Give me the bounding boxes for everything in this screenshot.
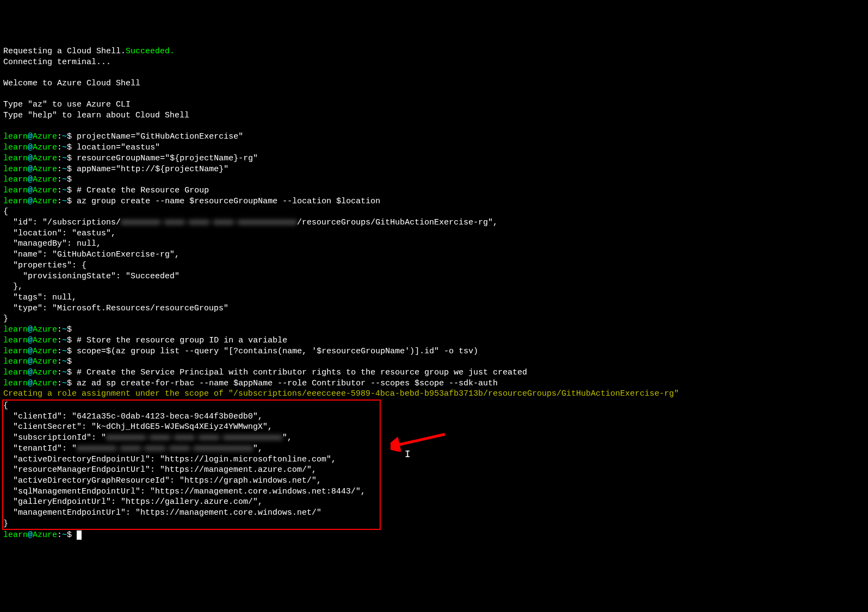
redacted-subscription-id: xxxxxxxx-xxxx-xxxx-xxxx-xxxxxxxxxxxx bbox=[121, 217, 297, 228]
prompt-user: learn bbox=[3, 336, 28, 345]
json1-name: "name": "GitHubActionExercise-rg", bbox=[3, 250, 179, 259]
prompt-path: ~ bbox=[62, 347, 67, 356]
cmd-6: # Create the Resource Group bbox=[77, 186, 209, 195]
prompt-user: learn bbox=[3, 143, 28, 152]
prompt-sym: $ bbox=[67, 154, 72, 163]
prompt-at: @ bbox=[28, 186, 33, 195]
text-cursor-icon: I bbox=[405, 449, 411, 460]
intro-typeaz: Type "az" to use Azure CLI bbox=[3, 100, 131, 109]
prompt-path: ~ bbox=[62, 197, 67, 206]
prompt-sym: $ bbox=[67, 175, 72, 184]
prompt-user: learn bbox=[3, 132, 28, 141]
prompt-host: Azure bbox=[33, 197, 57, 206]
prompt-path: ~ bbox=[62, 175, 67, 184]
prompt-at: @ bbox=[28, 368, 33, 377]
prompt-sym: $ bbox=[67, 197, 72, 206]
role-assignment-msg: Creating a role assignment under the sco… bbox=[3, 389, 679, 398]
json2-close: } bbox=[3, 519, 8, 528]
prompt-user: learn bbox=[3, 197, 28, 206]
cursor-block[interactable] bbox=[77, 530, 82, 540]
prompt-sym: $ bbox=[67, 165, 72, 174]
cmd-2: location="eastus" bbox=[77, 143, 160, 152]
json2-subid-post: ", bbox=[282, 433, 292, 442]
terminal[interactable]: Requesting a Cloud Shell.Succeeded. Conn… bbox=[3, 35, 865, 562]
prompt-path: ~ bbox=[62, 132, 67, 141]
annotation-arrow-icon bbox=[390, 430, 450, 452]
prompt-sep: : bbox=[57, 175, 62, 184]
prompt-path: ~ bbox=[62, 165, 67, 174]
prompt-at: @ bbox=[28, 379, 33, 388]
cmd-9: # Store the resource group ID in a varia… bbox=[77, 336, 287, 345]
prompt-host: Azure bbox=[33, 175, 57, 184]
prompt-sym: $ bbox=[67, 143, 72, 152]
json2-sql-url: "sqlManagementEndpointUrl": "https://man… bbox=[3, 487, 365, 496]
cmd-13: az ad sp create-for-rbac --name $appName… bbox=[77, 379, 498, 388]
prompt-at: @ bbox=[28, 143, 33, 152]
prompt-sym: $ bbox=[67, 132, 72, 141]
prompt-at: @ bbox=[28, 325, 33, 334]
prompt-user: learn bbox=[3, 325, 28, 334]
prompt-sym: $ bbox=[67, 336, 72, 345]
prompt-path: ~ bbox=[62, 143, 67, 152]
prompt-user: learn bbox=[3, 175, 28, 184]
json1-id-pre: "id": "/subscriptions/ bbox=[3, 218, 121, 227]
prompt-host: Azure bbox=[33, 368, 57, 377]
prompt-sep: : bbox=[57, 197, 62, 206]
prompt-host: Azure bbox=[33, 357, 57, 366]
prompt-at: @ bbox=[28, 154, 33, 163]
json1-properties: "properties": { bbox=[3, 261, 86, 270]
json1-close: } bbox=[3, 314, 8, 323]
intro-welcome: Welcome to Azure Cloud Shell bbox=[3, 79, 140, 88]
prompt-sep: : bbox=[57, 325, 62, 334]
json1-propclose: }, bbox=[3, 282, 23, 291]
prompt-path: ~ bbox=[62, 325, 67, 334]
prompt-sep: : bbox=[57, 347, 62, 356]
prompt-at: @ bbox=[28, 530, 33, 540]
prompt-sep: : bbox=[57, 154, 62, 163]
json2-rm-url: "resourceManagerEndpointUrl": "https://m… bbox=[3, 465, 317, 474]
prompt-at: @ bbox=[28, 336, 33, 345]
json2-adg-url: "activeDirectoryGraphResourceId": "https… bbox=[3, 476, 321, 485]
prompt-host: Azure bbox=[33, 530, 57, 540]
json2-open: { bbox=[3, 401, 8, 410]
prompt-sym: $ bbox=[67, 530, 72, 540]
prompt-user: learn bbox=[3, 530, 28, 540]
prompt-sep: : bbox=[57, 186, 62, 195]
prompt-user: learn bbox=[3, 154, 28, 163]
json2-tenant-post: ", bbox=[253, 444, 263, 453]
json2-subid-pre: "subscriptionId": " bbox=[3, 433, 106, 442]
prompt-host: Azure bbox=[33, 379, 57, 388]
prompt-path: ~ bbox=[62, 186, 67, 195]
prompt-host: Azure bbox=[33, 325, 57, 334]
prompt-host: Azure bbox=[33, 154, 57, 163]
redacted-tenant-id: xxxxxxxx-xxxx-xxxx-xxxx-xxxxxxxxxxxx bbox=[77, 444, 253, 454]
prompt-sep: : bbox=[57, 530, 62, 540]
prompt-user: learn bbox=[3, 357, 28, 366]
cmd-4: appName="http://${projectName}" bbox=[77, 165, 228, 174]
prompt-sym: $ bbox=[67, 379, 72, 388]
prompt-host: Azure bbox=[33, 132, 57, 141]
intro-succeeded: Succeeded. bbox=[126, 47, 175, 56]
prompt-sep: : bbox=[57, 165, 62, 174]
json1-id-post: /resourceGroups/GitHubActionExercise-rg"… bbox=[297, 218, 498, 227]
prompt-at: @ bbox=[28, 132, 33, 141]
prompt-sep: : bbox=[57, 143, 62, 152]
prompt-user: learn bbox=[3, 379, 28, 388]
prompt-path: ~ bbox=[62, 154, 67, 163]
prompt-host: Azure bbox=[33, 336, 57, 345]
json2-gal-url: "galleryEndpointUrl": "https://gallery.a… bbox=[3, 497, 263, 507]
json1-tags: "tags": null, bbox=[3, 293, 77, 302]
intro-request: Requesting a Cloud Shell. bbox=[3, 47, 126, 56]
cmd-1: projectName="GitHubActionExercise" bbox=[77, 132, 243, 141]
prompt-path: ~ bbox=[62, 530, 67, 540]
prompt-host: Azure bbox=[33, 165, 57, 174]
prompt-user: learn bbox=[3, 347, 28, 356]
prompt-sym: $ bbox=[67, 368, 72, 377]
prompt-at: @ bbox=[28, 197, 33, 206]
json1-open: { bbox=[3, 207, 8, 216]
prompt-sep: : bbox=[57, 368, 62, 377]
prompt-at: @ bbox=[28, 165, 33, 174]
prompt-sym: $ bbox=[67, 347, 72, 356]
prompt-sym: $ bbox=[67, 325, 72, 334]
json1-managedby: "managedBy": null, bbox=[3, 239, 101, 248]
